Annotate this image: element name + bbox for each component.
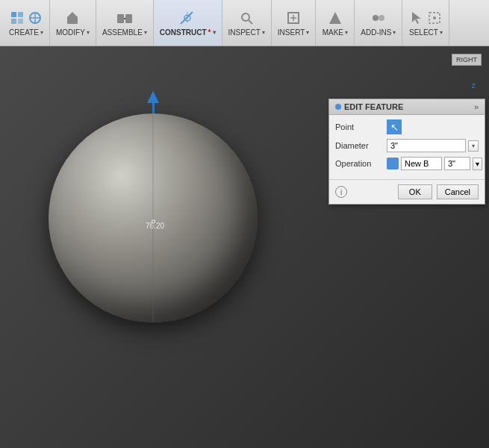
svg-point-22 [379, 15, 384, 21]
dimension-dot [152, 220, 155, 223]
point-row: Point ↖ [335, 119, 479, 134]
toolbar-group-create[interactable]: CREATE ▾ [3, 0, 50, 46]
operation-value-input[interactable] [444, 157, 470, 170]
new-body-icon [387, 158, 399, 169]
operation-input[interactable] [401, 157, 442, 170]
addons-label: ADD-INS ▾ [361, 28, 396, 37]
main-toolbar: CREATE ▾ MODIFY ▾ [0, 0, 489, 46]
cursor-icon: ↖ [390, 122, 399, 133]
panel-dot-icon [335, 104, 341, 110]
inspect-icon [238, 10, 255, 26]
assemble-label: ASSEMBLE ▾ [102, 28, 147, 37]
svg-rect-2 [11, 19, 16, 24]
panel-title-text: EDIT FEATURE [344, 102, 403, 111]
sphere-body: 76.20 [49, 113, 258, 323]
modify-icon [64, 10, 81, 26]
create-label: CREATE ▾ [9, 28, 43, 37]
modify-label: MODIFY ▾ [56, 28, 90, 37]
point-label: Point [335, 122, 384, 131]
create-icon [9, 10, 25, 26]
toolbar-group-make[interactable]: MAKE ▾ [316, 0, 355, 46]
view-cube[interactable]: RIGHT [452, 54, 482, 66]
svg-rect-1 [18, 12, 23, 17]
insert-label: INSERT ▾ [278, 28, 310, 37]
operation-row: Operation ▾ [335, 157, 479, 170]
svg-point-25 [433, 16, 436, 19]
info-icon[interactable]: i [335, 186, 347, 198]
toolbar-group-inspect[interactable]: INSPECT ▾ [222, 0, 272, 46]
svg-rect-0 [11, 12, 16, 17]
toolbar-group-select[interactable]: SELECT ▾ [402, 0, 449, 46]
operation-dropdown[interactable]: ▾ [473, 158, 482, 170]
make-icon [327, 10, 343, 26]
arrow-head [147, 91, 159, 103]
create-icon2 [27, 10, 43, 26]
svg-marker-20 [329, 12, 341, 24]
inspect-label: INSPECT ▾ [228, 28, 265, 37]
select-icon2 [426, 10, 443, 26]
svg-rect-7 [67, 16, 78, 24]
make-dropdown-arrow: ▾ [345, 29, 348, 36]
diameter-row: Diameter ▾ [335, 139, 479, 152]
operation-controls: ▾ [387, 157, 482, 170]
diameter-input[interactable] [387, 139, 466, 152]
operation-value: ▾ [387, 157, 482, 170]
panel-expand-button[interactable]: » [474, 102, 479, 111]
make-label: MAKE ▾ [323, 28, 348, 37]
svg-line-16 [249, 20, 252, 24]
dimension-label: 76.20 [146, 222, 164, 230]
addons-icon [370, 10, 387, 26]
assemble-icon [116, 10, 133, 26]
select-icon [408, 10, 425, 26]
cancel-button[interactable]: Cancel [437, 184, 479, 199]
panel-header: EDIT FEATURE » [329, 99, 485, 115]
select-dropdown-arrow: ▾ [440, 29, 443, 36]
construct-dropdown-arrow: ▾ [213, 29, 216, 36]
toolbar-group-insert[interactable]: INSERT ▾ [272, 0, 317, 46]
svg-point-21 [373, 15, 379, 21]
inspect-dropdown-arrow: ▾ [262, 29, 265, 36]
svg-point-15 [242, 13, 249, 21]
toolbar-group-modify[interactable]: MODIFY ▾ [50, 0, 96, 46]
panel-title: EDIT FEATURE [335, 102, 403, 111]
axis-indicator: Z [472, 82, 476, 90]
panel-body: Point ↖ Diameter ▾ Operat [329, 115, 485, 179]
point-indicator-button[interactable]: ↖ [387, 119, 402, 134]
construct-icon [179, 10, 196, 26]
3d-viewport[interactable]: RIGHT Z 76.20 EDIT FEATURE » Point [0, 46, 489, 448]
toolbar-group-addons[interactable]: ADD-INS ▾ [355, 0, 402, 46]
toolbar-group-assemble[interactable]: ASSEMBLE ▾ [96, 0, 154, 46]
svg-rect-3 [18, 19, 23, 24]
select-label: SELECT ▾ [409, 28, 443, 37]
assemble-dropdown-arrow: ▾ [144, 29, 147, 36]
diameter-label: Diameter [335, 141, 384, 150]
view-cube-label[interactable]: RIGHT [452, 54, 482, 66]
z-axis-label: Z [472, 82, 476, 90]
diameter-dropdown[interactable]: ▾ [468, 140, 479, 152]
diameter-value: ▾ [387, 139, 479, 152]
panel-footer: i OK Cancel [329, 179, 485, 204]
insert-dropdown-arrow: ▾ [306, 29, 309, 36]
diameter-dropdown-arrow: ▾ [472, 143, 475, 149]
toolbar-group-construct[interactable]: CONSTRUCT * ▾ [154, 0, 222, 46]
svg-rect-10 [125, 14, 132, 23]
sphere-container: 76.20 [37, 91, 269, 323]
modify-dropdown-arrow: ▾ [87, 29, 90, 36]
addons-dropdown-arrow: ▾ [393, 29, 396, 36]
point-value: ↖ [387, 119, 479, 134]
ok-button[interactable]: OK [398, 184, 432, 199]
svg-marker-8 [68, 12, 77, 16]
edit-feature-panel: EDIT FEATURE » Point ↖ Diameter [328, 99, 485, 205]
operation-label: Operation [335, 159, 384, 168]
construct-label: CONSTRUCT * ▾ [160, 28, 216, 37]
create-dropdown-arrow: ▾ [40, 29, 43, 36]
insert-icon [285, 10, 302, 26]
svg-rect-9 [117, 14, 124, 23]
svg-marker-23 [412, 12, 421, 24]
